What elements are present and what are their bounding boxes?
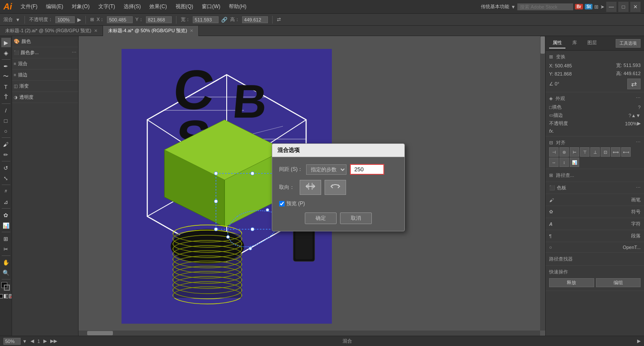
distrib-v-btn[interactable]: ⟻ [621, 147, 631, 157]
stroke-swatch[interactable] [4, 285, 10, 291]
direction-path-btn[interactable] [325, 180, 346, 195]
pathfinder-header: ⊞ 路径查... [549, 171, 641, 180]
more-transform-btn[interactable]: ⇄ [627, 79, 641, 89]
release-btn[interactable]: 释放 [549, 278, 594, 287]
symbol-tool[interactable]: ✿ [1, 210, 11, 220]
tab-doc1[interactable]: 未标题-1 (2).ai* @ 50% (RGB/GPU 预览) ✕ [0, 26, 103, 36]
artboard-tool[interactable]: ⊞ [1, 234, 11, 243]
pathfinder2-section: 路径查找器 [546, 253, 644, 266]
vertical-scrollbar[interactable] [540, 36, 545, 331]
align-vcenter-btn[interactable]: ⊥ [590, 147, 600, 157]
distrib-v2-btn[interactable]: ↕ [559, 158, 569, 167]
nav-last-icon[interactable]: ▶▶ [50, 338, 57, 344]
tab-layers[interactable]: 图层 [584, 38, 600, 49]
curvature-tool[interactable]: 〜 [1, 72, 11, 81]
zoom-tool[interactable]: 🔍 [1, 268, 11, 277]
grid-icon[interactable]: ⊞ [594, 4, 598, 10]
menu-view[interactable]: 视图(Q) [172, 2, 197, 11]
color-section-header[interactable]: 🎨 颜色 [14, 37, 76, 46]
type-vertical-tool[interactable]: T̃ [1, 92, 11, 102]
menu-help[interactable]: 帮助(H) [225, 2, 250, 11]
opacity-input[interactable] [55, 16, 75, 23]
menu-object[interactable]: 对象(O) [68, 2, 93, 11]
nav-prev-icon[interactable]: ◀ [30, 338, 34, 344]
tab-doc1-close[interactable]: ✕ [94, 28, 97, 33]
paintbrush-tool[interactable]: 🖌 [1, 140, 11, 149]
align-top-btn[interactable]: ⊤ [580, 147, 589, 157]
ok-button[interactable]: 确定 [305, 212, 337, 224]
line-tool[interactable]: / [1, 106, 11, 115]
gradient-section-header[interactable]: ◫ 渐变 [14, 82, 76, 91]
cancel-button[interactable]: 取消 [340, 212, 372, 224]
free-transform-tool[interactable]: ⊿ [1, 197, 11, 206]
align-hcenter-btn[interactable]: ⊜ [559, 147, 569, 157]
send-icon[interactable]: ➤ [600, 4, 605, 10]
opacity-section-header[interactable]: ◑ 透明度 [14, 93, 76, 102]
direction-align-btn[interactable] [300, 180, 321, 195]
w-input[interactable] [193, 16, 219, 23]
pencil-tool[interactable]: ✏ [1, 150, 11, 159]
align-right-btn[interactable]: ⊢ [570, 147, 579, 157]
rect-tool[interactable]: □ [1, 116, 11, 125]
v-scroll-thumb[interactable] [541, 36, 545, 54]
align-bottom-btn[interactable]: ⊡ [601, 147, 610, 157]
h-input[interactable] [242, 16, 268, 23]
stroke-row: ▭ 描边 ? ▲ ▼ [549, 111, 641, 119]
br-badge[interactable]: Br [575, 4, 583, 9]
menu-effect[interactable]: 效果(C) [146, 2, 170, 11]
h-scroll-thumb[interactable] [87, 331, 113, 335]
distrib-chart-btn[interactable]: 📊 [570, 158, 579, 167]
quick-action-buttons: 释放 编组 [549, 276, 641, 289]
stock-search[interactable] [517, 3, 573, 10]
tab-doc2[interactable]: 未标题-4.ai* @ 50% (RGB/GPU 预览) ✕ [103, 26, 199, 36]
selection-tool[interactable]: ▶ [1, 38, 11, 47]
distrib-h2-btn[interactable]: ↔ [549, 158, 559, 167]
hand-tool[interactable]: ✋ [1, 258, 11, 267]
ellipse-tool[interactable]: ○ [1, 126, 11, 136]
zoom-input[interactable] [3, 338, 21, 345]
spacing-value-input[interactable] [350, 164, 384, 175]
solid-color-btn[interactable] [0, 294, 3, 298]
tool-options-btn[interactable]: 工具选项 [616, 39, 641, 48]
symbols-section: ✿ 符号 [546, 206, 644, 218]
minimize-btn[interactable]: — [606, 2, 617, 12]
transform-icon: ⊞ [90, 17, 94, 22]
rotate-tool[interactable]: ↺ [1, 163, 11, 173]
spacing-select[interactable]: 指定的步数 [306, 164, 346, 175]
align-left-btn[interactable]: ⊣ [549, 147, 559, 157]
scale-tool[interactable]: ⤡ [1, 173, 11, 183]
menu-edit[interactable]: 编辑(E) [43, 2, 67, 11]
type-tool[interactable]: T [1, 82, 11, 91]
menu-file[interactable]: 文件(F) [17, 2, 41, 11]
stroke-section-header[interactable]: ≡ 描边 [14, 70, 76, 79]
direct-selection-tool[interactable]: ◈ [1, 48, 11, 58]
tab-properties[interactable]: 属性 [549, 38, 565, 49]
group-btn[interactable]: 编组 [596, 278, 641, 287]
pen-tool[interactable]: ✒ [1, 61, 11, 71]
tab-doc2-close[interactable]: ✕ [190, 28, 193, 33]
y-input[interactable] [146, 16, 172, 23]
color-ref-header[interactable]: ⬛ 颜色参... ⋯ [14, 48, 76, 57]
nav-next-icon[interactable]: ▶ [43, 338, 47, 344]
none-btn[interactable] [9, 294, 12, 298]
gradient-btn[interactable] [4, 294, 8, 298]
blend-mode-label: 混合 [3, 16, 13, 23]
menu-text[interactable]: 文字(T) [95, 2, 118, 11]
x-input[interactable] [107, 16, 133, 23]
warp-tool[interactable]: 〃 [1, 187, 11, 196]
distrib-h-btn[interactable]: ⟺ [611, 147, 620, 157]
preview-checkbox[interactable] [279, 201, 285, 206]
horizontal-scrollbar[interactable] [79, 331, 540, 336]
maximize-btn[interactable]: □ [618, 2, 629, 12]
close-btn[interactable]: ✕ [630, 2, 641, 12]
blend-section-header[interactable]: ≡ 混合 [14, 59, 76, 68]
slice-tool[interactable]: ✂ [1, 244, 11, 254]
fill-stroke-swatches[interactable] [1, 282, 11, 291]
menu-window[interactable]: 窗口(W) [198, 2, 224, 11]
left-toolbar: ▶ ◈ ✒ 〜 T T̃ / □ ○ 🖌 ✏ ↺ ⤡ 〃 ⊿ ✿ 📊 ⊞ ✂ ✋… [0, 36, 12, 336]
chart-tool[interactable]: 📊 [1, 221, 11, 230]
menu-select[interactable]: 选择(S) [120, 2, 144, 11]
play-icon[interactable]: ▶ [637, 338, 641, 344]
tab-library[interactable]: 库 [569, 38, 580, 49]
st-badge[interactable]: St [585, 4, 592, 9]
